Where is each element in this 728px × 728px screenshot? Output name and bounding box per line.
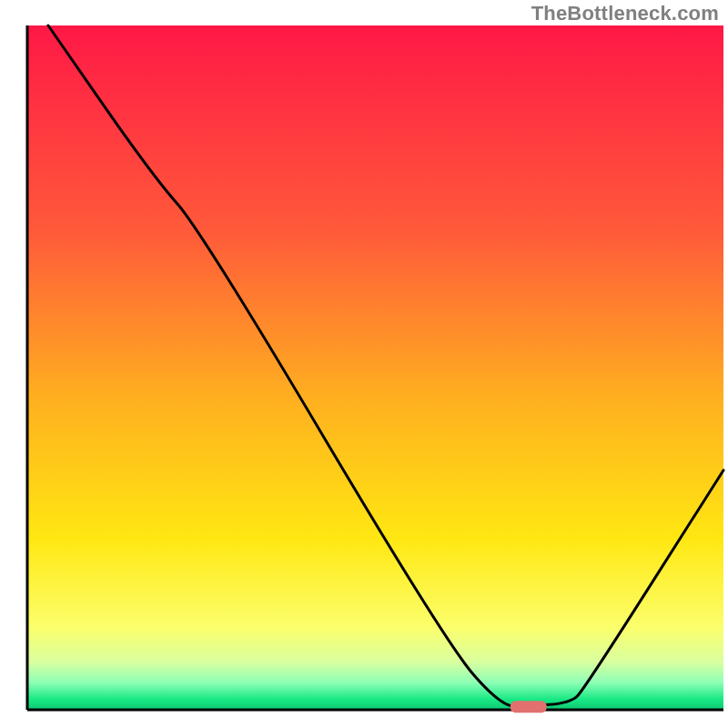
- chart-stage: TheBottleneck.com: [0, 0, 728, 728]
- bottleneck-chart: [0, 0, 728, 728]
- optimal-point-marker: [511, 701, 547, 713]
- plot-background: [27, 25, 723, 710]
